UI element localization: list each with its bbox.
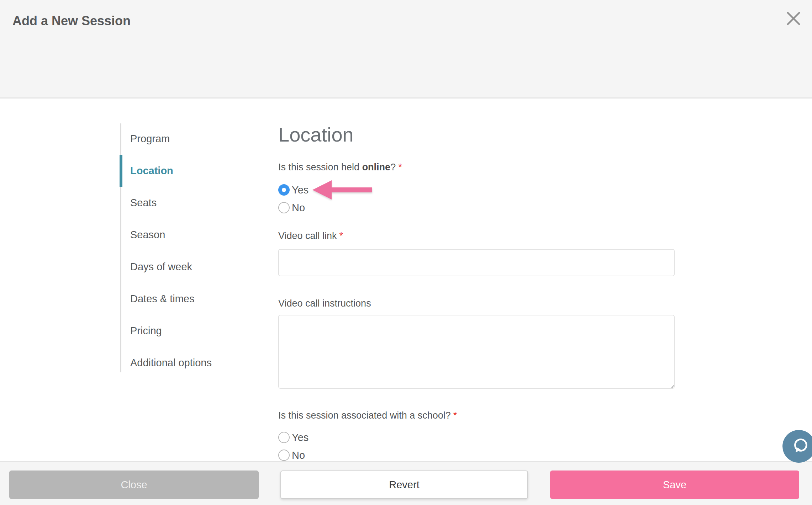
- video-call-link-label: Video call link*: [278, 229, 343, 242]
- sidebar-item-seats[interactable]: Seats: [120, 187, 270, 219]
- video-call-instructions-label: Video call instructions: [278, 297, 371, 310]
- required-asterisk: *: [339, 230, 343, 241]
- radio-label: No: [292, 202, 305, 214]
- sidebar-item-program[interactable]: Program: [120, 123, 270, 155]
- required-asterisk: *: [398, 162, 402, 172]
- radio-label: Yes: [292, 184, 309, 196]
- sidebar-item-days-of-week[interactable]: Days of week: [120, 251, 270, 283]
- radio-label: No: [292, 450, 305, 461]
- radio-label: Yes: [292, 432, 309, 443]
- sidebar-item-label: Seats: [130, 197, 157, 209]
- radio-selected-icon[interactable]: [278, 184, 290, 196]
- sidebar-item-dates-times[interactable]: Dates & times: [120, 283, 270, 315]
- close-footer-button[interactable]: Close: [9, 471, 259, 499]
- radio-unselected-icon[interactable]: [278, 450, 290, 461]
- sidebar-item-label: Dates & times: [130, 293, 195, 305]
- sidebar-item-location[interactable]: Location: [120, 155, 270, 187]
- radio-unselected-icon[interactable]: [278, 202, 290, 213]
- annotation-arrow-icon: [312, 180, 372, 200]
- modal-header: Add a New Session: [0, 0, 812, 99]
- modal-footer: Close Revert Save: [0, 461, 812, 505]
- section-nav-sidebar: Program Location Seats Season Days of we…: [120, 123, 270, 381]
- chat-icon: [791, 437, 809, 456]
- video-call-instructions-text: Video call instructions: [278, 298, 371, 309]
- video-call-link-input[interactable]: [278, 249, 675, 276]
- required-asterisk: *: [453, 410, 457, 421]
- sidebar-item-label: Program: [130, 133, 170, 145]
- radio-unselected-icon[interactable]: [278, 432, 290, 443]
- sidebar-item-label: Pricing: [130, 325, 162, 337]
- sidebar-item-label: Additional options: [130, 357, 212, 369]
- sidebar-item-label: Season: [130, 229, 165, 241]
- close-icon: [786, 11, 801, 26]
- sidebar-item-additional-options[interactable]: Additional options: [120, 347, 270, 379]
- online-yes-radio-row[interactable]: Yes: [278, 181, 309, 198]
- school-question-label: Is this session associated with a school…: [278, 409, 457, 422]
- modal-title: Add a New Session: [12, 14, 131, 28]
- sidebar-item-pricing[interactable]: Pricing: [120, 315, 270, 347]
- school-yes-radio-row[interactable]: Yes: [278, 429, 309, 446]
- sidebar-item-label: Location: [130, 165, 173, 177]
- revert-button[interactable]: Revert: [280, 471, 528, 499]
- online-question-text: Is this session held: [278, 162, 362, 172]
- close-button[interactable]: [784, 9, 803, 28]
- online-question-punctuation: ?: [390, 162, 396, 172]
- video-call-link-text: Video call link: [278, 230, 337, 241]
- sidebar-item-season[interactable]: Season: [120, 219, 270, 251]
- page-title: Location: [278, 124, 354, 146]
- school-question-text: Is this session associated with a school…: [278, 410, 451, 421]
- online-no-radio-row[interactable]: No: [278, 199, 305, 216]
- chat-widget-button[interactable]: [782, 430, 812, 463]
- online-question-label: Is this session held online?*: [278, 161, 402, 174]
- online-question-bold-word: online: [362, 162, 391, 172]
- video-call-instructions-textarea[interactable]: [278, 315, 675, 389]
- save-button[interactable]: Save: [550, 471, 799, 499]
- sidebar-item-label: Days of week: [130, 261, 192, 273]
